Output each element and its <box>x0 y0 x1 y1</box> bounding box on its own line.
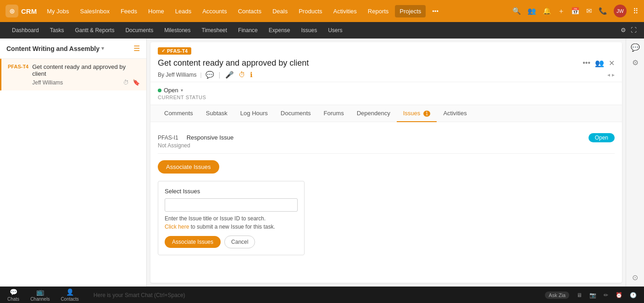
sidebar-item-task[interactable]: PFAS-T4 Get content ready and approved b… <box>0 59 146 90</box>
chats-icon: 💬 <box>10 288 17 296</box>
sidebar-title-text: Content Writing and Assembly <box>6 45 100 52</box>
settings-icon[interactable]: ⚙ <box>621 27 626 34</box>
monitor-icon[interactable]: 🖥 <box>577 292 582 298</box>
issue-left: PFAS-I1 Responsive Issue Not Assigned <box>158 134 233 149</box>
tab-loghours[interactable]: Log Hours <box>234 105 274 122</box>
bell-icon[interactable]: 🔔 <box>543 7 551 15</box>
nav-deals[interactable]: Deals <box>268 5 292 17</box>
subnav-users[interactable]: Users <box>323 25 347 35</box>
phone-icon[interactable]: 📞 <box>599 7 607 15</box>
subnav-timesheet[interactable]: Timesheet <box>197 25 232 35</box>
associate-issues-submit-button[interactable]: Associate Issues <box>165 236 221 248</box>
grid-icon[interactable]: ⠿ <box>633 7 638 16</box>
ask-zia-btn[interactable]: Ask Zia <box>545 292 569 299</box>
next-arrow-icon[interactable]: ▸ <box>612 72 615 78</box>
status-badge[interactable]: Open ▾ <box>158 87 183 94</box>
info-icon[interactable]: ℹ <box>250 71 253 79</box>
nav-salesinbox[interactable]: SalesInbox <box>76 5 114 17</box>
task-panel-header: ✓ PFAS-T4 Get content ready and approved… <box>150 42 622 82</box>
task-icons: ⏱ 🔖 <box>123 79 140 86</box>
subnav-dashboard[interactable]: Dashboard <box>7 25 44 35</box>
nav-contacts[interactable]: Contacts <box>233 5 266 17</box>
tab-subtask[interactable]: Subtask <box>200 105 234 122</box>
nav-activities[interactable]: Activities <box>329 5 361 17</box>
comment-icon[interactable]: 💬 <box>205 71 214 79</box>
subnav-finance[interactable]: Finance <box>233 25 262 35</box>
nav-more[interactable]: ••• <box>427 5 443 17</box>
task-panel: ✓ PFAS-T4 Get content ready and approved… <box>150 42 622 283</box>
nav-projects[interactable]: Projects <box>395 5 426 17</box>
close-icon[interactable]: ✕ <box>609 59 615 67</box>
plus-icon[interactable]: ＋ <box>558 7 565 16</box>
subnav-documents[interactable]: Documents <box>121 25 158 35</box>
subnav-milestones[interactable]: Milestones <box>160 25 195 35</box>
search-icon[interactable]: 🔍 <box>512 7 521 15</box>
issue-right: Open <box>588 134 615 141</box>
circle-menu-icon[interactable]: ⊙ <box>632 273 638 282</box>
task-title-sidebar: Get content ready and approved by client <box>32 63 140 77</box>
tab-forums[interactable]: Forums <box>317 105 350 122</box>
select-issues-link-row: Click here to submit a new Issue for thi… <box>165 224 298 230</box>
nav-leads[interactable]: Leads <box>171 5 196 17</box>
settings-panel-icon[interactable]: ⚙ <box>632 58 638 67</box>
issue-assigned: Not Assigned <box>158 142 233 149</box>
users-action-icon[interactable]: 👥 <box>595 59 604 67</box>
chats-label: Chats <box>7 297 19 302</box>
tab-documents[interactable]: Documents <box>274 105 317 122</box>
subnav-issues[interactable]: Issues <box>297 25 322 35</box>
calendar-icon[interactable]: 📅 <box>571 7 580 15</box>
channels-label: Channels <box>30 297 50 302</box>
prev-arrow-icon[interactable]: ◂ <box>607 72 610 78</box>
bottom-channels[interactable]: 📺 Channels <box>30 288 50 302</box>
task-author-icons: 💬 | 🎤 ⏱ ℹ <box>205 71 253 79</box>
history-icon[interactable]: 🕐 <box>630 292 637 298</box>
timer-icon[interactable]: ⏱ <box>239 71 245 79</box>
subnav-tasks[interactable]: Tasks <box>45 25 69 35</box>
chevron-down-icon[interactable]: ▾ <box>101 45 104 51</box>
task-badge-icon: ✓ <box>161 48 165 53</box>
nav-home[interactable]: Home <box>144 5 169 17</box>
mic-icon[interactable]: 🎤 <box>225 71 234 79</box>
nav-myjobs[interactable]: My Jobs <box>42 5 73 17</box>
select-issues-input[interactable] <box>165 198 298 212</box>
issue-status-badge: Open <box>588 133 615 142</box>
bottom-contacts[interactable]: 👤 Contacts <box>61 288 78 302</box>
tab-comments[interactable]: Comments <box>158 105 200 122</box>
nav-feeds[interactable]: Feeds <box>116 5 142 17</box>
user-avatar[interactable]: JW <box>614 5 627 17</box>
nav-reports[interactable]: Reports <box>363 5 394 17</box>
pencil-icon[interactable]: ✏ <box>604 292 608 298</box>
menu-icon[interactable]: ☰ <box>133 44 140 53</box>
task-badge-row: ✓ PFAS-T4 <box>158 47 615 58</box>
issue-row: PFAS-I1 Responsive Issue Not Assigned Op… <box>158 129 615 154</box>
cancel-button[interactable]: Cancel <box>224 236 255 248</box>
click-here-link[interactable]: Click here <box>165 224 189 230</box>
more-options-icon[interactable]: ••• <box>583 59 590 67</box>
select-issues-label: Select Issues <box>165 188 298 195</box>
tab-dependency[interactable]: Dependency <box>350 105 397 122</box>
nav-icons: 🔍 👥 🔔 ＋ 📅 ✉ 📞 JW ⠿ <box>512 5 638 17</box>
status-dot <box>158 89 161 92</box>
users-icon[interactable]: 👥 <box>527 7 536 15</box>
camera-icon[interactable]: 📷 <box>589 292 596 298</box>
task-author-row: By Jeff Williams | 💬 | 🎤 ⏱ ℹ ◂ ▸ <box>158 71 615 79</box>
subnav-expense[interactable]: Expense <box>264 25 295 35</box>
expand-icon[interactable]: ⛶ <box>631 27 637 34</box>
sub-navigation: Dashboard Tasks Gantt & Reports Document… <box>0 22 644 39</box>
tab-issues[interactable]: Issues 1 <box>397 105 437 122</box>
bottom-chats[interactable]: 💬 Chats <box>7 288 19 302</box>
contacts-label: Contacts <box>61 297 78 302</box>
tab-activities[interactable]: Activities <box>437 105 473 122</box>
task-user: Jeff Williams <box>32 79 63 86</box>
nav-accounts[interactable]: Accounts <box>198 5 231 17</box>
right-sidebar: 💬 ⚙ ⊙ <box>626 39 644 286</box>
nav-logo[interactable]: ◎ CRM <box>6 5 37 17</box>
subnav-gantt[interactable]: Gantt & Reports <box>70 25 119 35</box>
nav-products[interactable]: Products <box>294 5 327 17</box>
task-tag: PFAS-T4 <box>8 64 28 69</box>
alarm-icon[interactable]: ⏰ <box>616 292 622 298</box>
select-issues-form: Select Issues Enter the Issue title or I… <box>158 181 305 255</box>
associate-issues-button[interactable]: Associate Issues <box>158 160 219 174</box>
mail-icon[interactable]: ✉ <box>586 7 592 15</box>
chat-panel-icon[interactable]: 💬 <box>631 43 640 52</box>
